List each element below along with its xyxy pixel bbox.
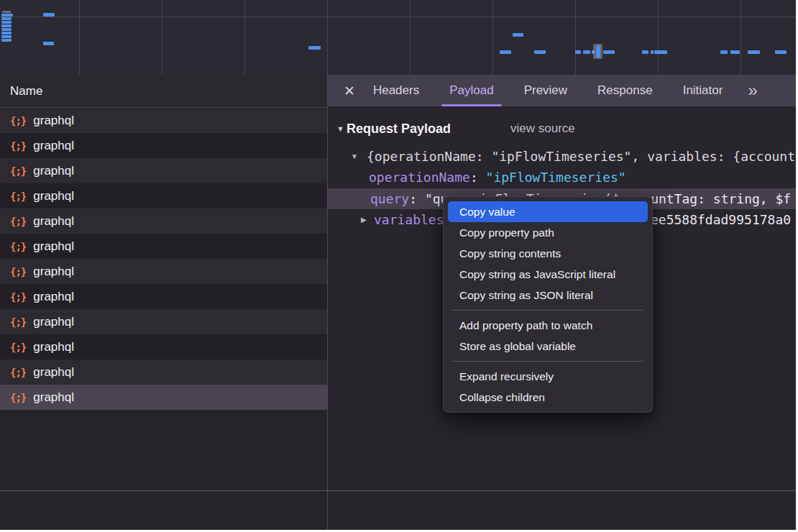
json-icon: {;} bbox=[10, 241, 26, 252]
request-row[interactable]: {;}graphql bbox=[0, 259, 327, 284]
json-icon: {;} bbox=[10, 165, 26, 177]
timeline-bar bbox=[730, 50, 740, 54]
triangle-down-icon: ▼ bbox=[351, 152, 358, 160]
request-name: graphql bbox=[33, 214, 74, 229]
timeline-bar-gray bbox=[2, 11, 11, 13]
grid-line bbox=[0, 17, 796, 17]
grid-line bbox=[410, 0, 411, 75]
json-icon: {;} bbox=[10, 140, 26, 152]
grid-line bbox=[575, 0, 576, 75]
menu-item-copy-property-path[interactable]: Copy property path bbox=[448, 222, 648, 243]
timeline-bar bbox=[1, 35, 12, 38]
request-row[interactable]: {;}graphql bbox=[0, 133, 327, 158]
timeline-bar bbox=[500, 50, 511, 54]
payload-root-row[interactable]: ▼ {operationName: "ipFlowTimeseries", va… bbox=[328, 146, 796, 167]
json-icon: {;} bbox=[10, 291, 26, 303]
menu-separator bbox=[452, 310, 643, 311]
request-row[interactable]: {;}graphql bbox=[0, 208, 327, 234]
request-row[interactable]: {;}graphql bbox=[0, 334, 327, 359]
devtools-window: Name {;}graphql{;}graphql{;}graphql{;}gr… bbox=[0, 0, 796, 530]
object-preview-text: {operationName: "ipFlowTimeseries", vari… bbox=[367, 149, 795, 164]
name-column-label: Name bbox=[10, 84, 42, 98]
request-row[interactable]: {;}graphql bbox=[0, 309, 327, 334]
selected-timeline-bar bbox=[596, 45, 600, 58]
request-name: graphql bbox=[33, 114, 74, 128]
menu-item-copy-string-as-javascript-literal[interactable]: Copy string as JavaScript literal bbox=[448, 264, 648, 285]
more-tabs-icon[interactable]: » bbox=[748, 75, 756, 106]
context-menu: Copy valueCopy property pathCopy string … bbox=[443, 196, 653, 413]
grid-line bbox=[740, 0, 741, 75]
request-name: graphql bbox=[33, 340, 74, 354]
tab-initiator[interactable]: Initiator bbox=[675, 75, 731, 106]
timeline-bar bbox=[1, 17, 12, 20]
operation-name-row[interactable]: operationName: "ipFlowTimeseries" bbox=[328, 167, 796, 188]
request-payload-section[interactable]: ▼ Request Payload bbox=[336, 117, 451, 140]
timeline-bar bbox=[1, 14, 13, 17]
timeline-bar bbox=[575, 50, 581, 54]
grid-line bbox=[658, 0, 659, 75]
timeline-bar bbox=[43, 42, 54, 45]
menu-item-store-as-global-variable[interactable]: Store as global variable bbox=[448, 336, 648, 357]
tab-headers[interactable]: Headers bbox=[365, 75, 427, 106]
tab-preview[interactable]: Preview bbox=[516, 75, 575, 106]
request-name: graphql bbox=[33, 139, 74, 153]
menu-item-collapse-children[interactable]: Collapse children bbox=[448, 387, 648, 408]
timeline-bar bbox=[1, 21, 12, 24]
close-icon[interactable]: ✕ bbox=[344, 75, 355, 106]
request-name: graphql bbox=[33, 189, 74, 203]
grid-line bbox=[327, 0, 328, 75]
request-row[interactable]: {;}graphql bbox=[0, 234, 327, 259]
json-icon: {;} bbox=[10, 367, 26, 378]
request-row[interactable]: {;}graphql bbox=[0, 284, 327, 309]
section-title: Request Payload bbox=[347, 121, 451, 137]
detail-tab-bar: ✕ HeadersPayloadPreviewResponseInitiator… bbox=[328, 75, 796, 106]
request-name: graphql bbox=[33, 315, 74, 329]
menu-separator bbox=[452, 361, 643, 362]
timeline-bar bbox=[775, 50, 786, 54]
timeline-bar bbox=[1, 32, 12, 35]
timeline-bar bbox=[748, 50, 760, 54]
timeline-bar bbox=[642, 50, 648, 54]
menu-item-copy-value[interactable]: Copy value bbox=[448, 201, 648, 222]
request-name: graphql bbox=[33, 239, 74, 254]
timeline-bar bbox=[583, 50, 590, 54]
menu-item-add-property-path-to-watch[interactable]: Add property path to watch bbox=[448, 315, 648, 336]
timeline-bar bbox=[43, 13, 55, 17]
key-separator: : bbox=[409, 191, 425, 206]
network-overview-waterfall[interactable] bbox=[0, 0, 796, 75]
grid-line bbox=[244, 0, 245, 75]
request-row[interactable]: {;}graphql bbox=[0, 183, 327, 208]
request-row[interactable]: {;}graphql bbox=[0, 359, 327, 385]
request-name: graphql bbox=[33, 290, 74, 304]
timeline-bar bbox=[1, 24, 12, 27]
menu-item-copy-string-contents[interactable]: Copy string contents bbox=[448, 243, 648, 264]
request-name: graphql bbox=[33, 265, 74, 279]
triangle-down-icon: ▼ bbox=[336, 124, 344, 133]
property-value: "ipFlowTimeseries" bbox=[486, 170, 626, 185]
timeline-bar bbox=[534, 50, 546, 54]
timeline-bar bbox=[308, 46, 321, 50]
view-source-link[interactable]: view source bbox=[510, 117, 575, 140]
timeline-bar bbox=[654, 50, 667, 54]
property-key: query bbox=[370, 191, 409, 206]
tab-response[interactable]: Response bbox=[590, 75, 661, 106]
request-row-selected[interactable]: {;}graphql bbox=[0, 385, 327, 410]
name-column-header[interactable]: Name bbox=[0, 75, 327, 108]
panel-divider[interactable] bbox=[327, 75, 328, 530]
grid-line bbox=[79, 0, 80, 75]
variables-preview-fragment: ee5588fdad995178a0 bbox=[651, 209, 791, 230]
request-row[interactable]: {;}graphql bbox=[0, 158, 327, 183]
request-row[interactable]: {;}graphql bbox=[0, 108, 327, 133]
grid-line bbox=[492, 0, 493, 75]
menu-item-copy-string-as-json-literal[interactable]: Copy string as JSON literal bbox=[448, 285, 648, 306]
tab-payload[interactable]: Payload bbox=[441, 75, 501, 106]
request-name: graphql bbox=[33, 164, 74, 178]
key-separator: : bbox=[470, 170, 486, 185]
request-name: graphql bbox=[33, 365, 74, 380]
json-icon: {;} bbox=[10, 316, 26, 328]
property-key: variables bbox=[374, 212, 444, 227]
menu-item-expand-recursively[interactable]: Expand recursively bbox=[448, 366, 648, 387]
property-text: operationName: "ipFlowTimeseries" bbox=[369, 170, 626, 185]
timeline-bar bbox=[603, 50, 615, 54]
json-icon: {;} bbox=[10, 392, 26, 403]
